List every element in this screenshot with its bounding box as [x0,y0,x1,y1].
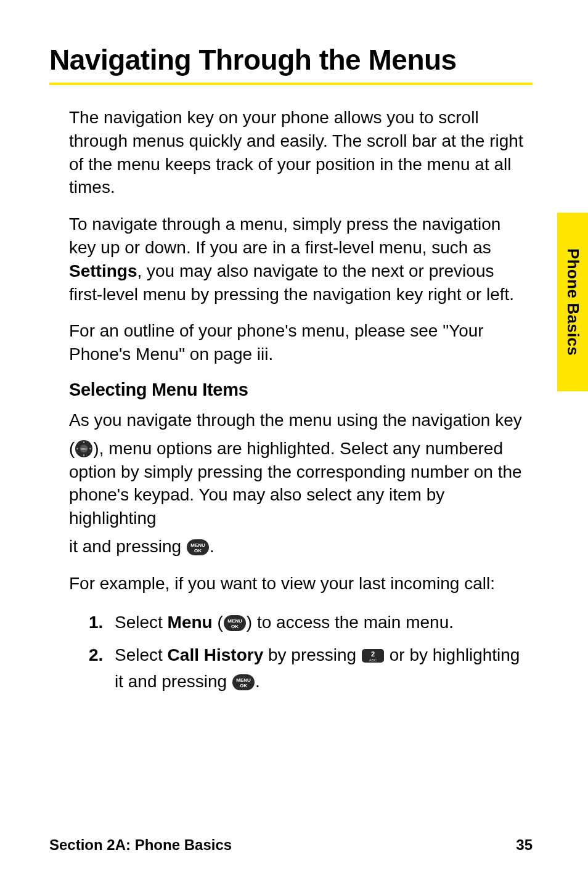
text: ), menu options are highlighted. Select … [69,439,522,528]
text: . [255,672,260,691]
text: To navigate through a menu, simply press… [69,214,500,257]
title-underline [49,83,533,85]
paragraph-7: For example, if you want to view your la… [69,572,525,595]
paragraph-4: As you navigate through the menu using t… [69,409,525,432]
step-number: 1. [89,609,115,635]
text: ( [69,439,75,458]
page-footer: Section 2A: Phone Basics 35 [49,836,533,854]
page-title: Navigating Through the Menus [49,43,533,76]
text: Select [115,645,168,664]
keypad-2-icon [361,644,385,659]
menu-ok-icon [232,672,255,689]
list-item: 1. Select Menu () to access the main men… [89,609,525,635]
step-text: Select Call History by pressing or by hi… [115,642,525,695]
menu-ok-icon [186,539,210,556]
menu-ok-icon [223,613,247,630]
side-tab: Phone Basics [557,213,588,391]
nav-key-icon [75,439,93,458]
paragraph-1: The navigation key on your phone allows … [69,106,525,199]
paragraph-6: it and pressing . [69,535,525,558]
call-history-label: Call History [168,645,264,664]
content-area: The navigation key on your phone allows … [49,106,533,695]
text: ) to access the main menu. [247,613,454,632]
paragraph-5: (), menu options are highlighted. Select… [69,437,525,530]
footer-section: Section 2A: Phone Basics [49,836,232,854]
page: Navigating Through the Menus The navigat… [0,0,588,882]
text: it and pressing [69,537,186,556]
paragraph-2: To navigate through a menu, simply press… [69,213,525,306]
steps-list: 1. Select Menu () to access the main men… [89,609,525,695]
text: Select [115,613,168,632]
step-text: Select Menu () to access the main menu. [115,609,525,635]
text: . [210,537,214,556]
subheading: Selecting Menu Items [69,380,525,400]
footer-page-number: 35 [516,836,533,854]
settings-label: Settings [69,261,137,280]
text: ( [213,613,223,632]
menu-label: Menu [168,613,213,632]
text: by pressing [263,645,361,664]
paragraph-3: For an outline of your phone's menu, ple… [69,319,525,366]
step-number: 2. [89,642,115,668]
side-tab-label: Phone Basics [563,248,582,356]
list-item: 2. Select Call History by pressing or by… [89,642,525,695]
